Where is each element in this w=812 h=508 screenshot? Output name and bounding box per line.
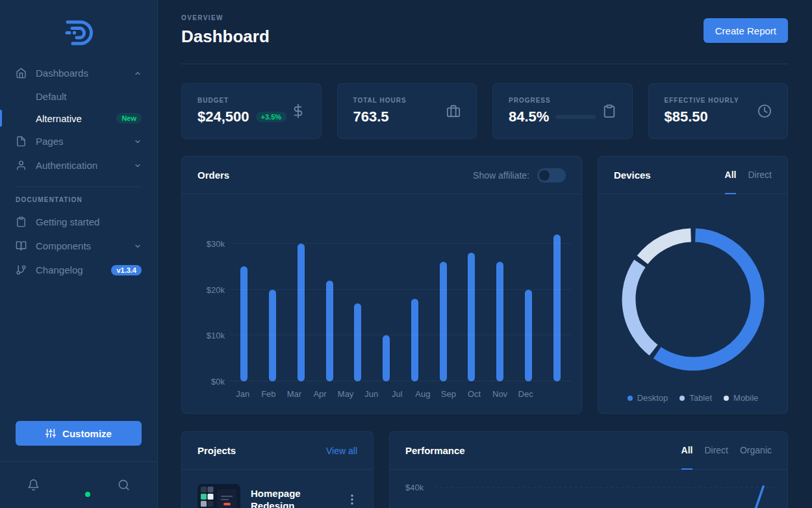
bar-column [230, 220, 259, 381]
x-tick-label: Nov [487, 389, 513, 399]
page-pretitle: OVERVIEW [181, 14, 270, 21]
order-bar[interactable] [298, 244, 305, 381]
trend-badge: +3.5% [256, 112, 287, 122]
kebab-menu-icon[interactable] [347, 494, 357, 505]
clipboard-icon [602, 104, 616, 118]
stat-value: 763.5 [353, 108, 389, 125]
sidebar-item-label: Pages [36, 136, 134, 147]
x-tick-label: Apr [307, 389, 333, 399]
x-tick-label: Mar [281, 389, 307, 399]
sidebar-item-label: Getting started [36, 216, 142, 227]
customize-label: Customize [62, 428, 112, 439]
project-list-item[interactable]: Homepage Redesign [182, 470, 373, 508]
order-bar[interactable] [383, 335, 390, 381]
order-bar[interactable] [553, 235, 561, 381]
orders-x-axis: JanFebMarAprMayJunJulAugSepOctNovDec [230, 389, 539, 399]
y-tick-label: $10k [207, 331, 225, 340]
bar-column [457, 220, 486, 381]
total-hours-stat-card: TOTAL HOURS 763.5 [337, 83, 477, 139]
stat-label: EFFECTIVE HOURLY [665, 97, 739, 104]
orders-chart: $0k$10k$20k$30k JanFebMarAprMayJunJulAug… [182, 194, 581, 413]
devices-donut-chart [620, 206, 767, 393]
bar-column [259, 220, 287, 381]
sidebar-divider [16, 186, 142, 187]
documentation-heading: DOCUMENTATION [16, 196, 142, 203]
chevron-down-icon [134, 162, 142, 170]
performance-tab-all[interactable]: All [681, 432, 693, 470]
stat-label: TOTAL HOURS [353, 97, 407, 104]
create-report-button[interactable]: Create Report [704, 18, 788, 43]
orders-y-axis: $0k$10k$20k$30k [197, 220, 225, 381]
order-bar[interactable] [411, 299, 418, 381]
sidebar-item-dashboards[interactable]: Dashboards [16, 61, 142, 85]
brand-d-icon [62, 17, 95, 48]
order-bar[interactable] [440, 262, 447, 381]
sidebar: Dashboards Default Alternative New [0, 0, 158, 508]
sidebar-item-label: Authentication [36, 160, 134, 171]
legend-item-mobile: Mobile [724, 393, 758, 403]
customize-button[interactable]: Customize [16, 421, 142, 446]
legend-dot [679, 396, 685, 401]
page-header: OVERVIEW Dashboard Create Report [181, 0, 788, 64]
page-title: Dashboard [181, 27, 270, 47]
app-root: Dashboards Default Alternative New [0, 0, 812, 508]
x-tick-label: Jul [384, 389, 410, 399]
legend-item-desktop: Desktop [628, 393, 668, 403]
sidebar-item-label: Alternative [36, 113, 116, 124]
devices-tab-all[interactable]: All [725, 157, 737, 194]
order-bar[interactable] [468, 253, 475, 381]
performance-tab-organic[interactable]: Organic [740, 432, 772, 470]
legend-label: Tablet [689, 393, 712, 403]
sidebar-item-authentication[interactable]: Authentication [16, 153, 142, 177]
search-icon[interactable] [118, 479, 130, 491]
user-icon [16, 160, 27, 171]
y-tick-label: $0k [211, 377, 225, 387]
app-logo[interactable] [16, 0, 142, 61]
bar-column [486, 220, 514, 381]
bell-icon[interactable] [27, 479, 40, 491]
bottom-row: Projects View all [181, 431, 788, 508]
dollar-icon [291, 104, 305, 118]
stat-label: PROGRESS [509, 97, 596, 104]
view-all-link[interactable]: View all [326, 446, 357, 456]
bar-column [315, 220, 344, 381]
orders-card-title: Orders [197, 170, 229, 181]
project-name: Homepage Redesign [251, 487, 336, 508]
performance-tab-direct[interactable]: Direct [704, 432, 728, 470]
gridline [230, 381, 571, 381]
sidebar-item-components[interactable]: Components [16, 234, 142, 258]
performance-line [748, 487, 763, 508]
sidebar-item-getting-started[interactable]: Getting started [16, 210, 142, 234]
legend-dot [628, 396, 633, 401]
main-content: OVERVIEW Dashboard Create Report BUDGET … [158, 0, 812, 508]
stat-value: $85.50 [665, 108, 708, 125]
order-bar[interactable] [240, 266, 247, 381]
legend-item-tablet: Tablet [679, 393, 712, 403]
clock-icon [757, 104, 772, 118]
x-tick-label: Feb [256, 389, 282, 399]
bar-column [542, 220, 571, 381]
sidebar-item-alternative[interactable]: Alternative New [16, 107, 142, 129]
sidebar-item-changelog[interactable]: Changelog v1.3.4 [16, 258, 142, 282]
sidebar-item-default[interactable]: Default [16, 85, 142, 107]
bar-column [429, 220, 457, 381]
user-avatar[interactable] [66, 473, 91, 498]
legend-dot [724, 396, 729, 401]
donut-segment-mobile[interactable] [642, 235, 691, 260]
x-tick-label: Jan [230, 389, 256, 399]
order-bar[interactable] [496, 262, 503, 381]
donut-segment-desktop[interactable] [657, 235, 757, 364]
order-bar[interactable] [354, 303, 361, 381]
bar-column [372, 220, 401, 381]
chevron-down-icon [134, 242, 142, 250]
projects-card-title: Projects [197, 445, 236, 456]
bar-column [514, 220, 543, 381]
order-bar[interactable] [326, 281, 333, 381]
show-affiliate-toggle[interactable] [537, 168, 566, 183]
sidebar-item-pages[interactable]: Pages [16, 129, 142, 153]
devices-tab-direct[interactable]: Direct [748, 157, 772, 194]
book-icon [16, 240, 27, 251]
performance-card-title: Performance [405, 445, 465, 456]
x-tick-label: May [333, 389, 359, 399]
donut-segment-tablet[interactable] [629, 264, 653, 350]
